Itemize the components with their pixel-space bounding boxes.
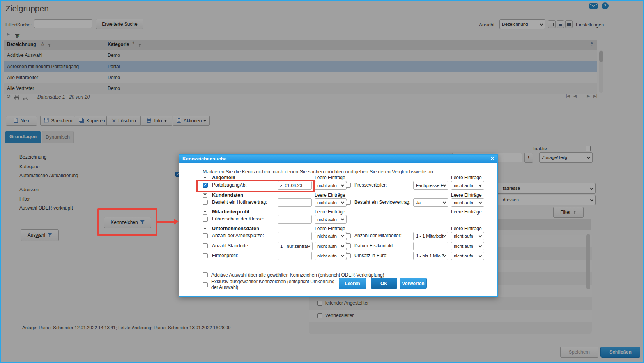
leere-eintraege-select[interactable]: nicht aufn — [451, 198, 484, 207]
exklusiv-checkbox[interactable] — [203, 282, 208, 287]
annotation-box-portalzugang — [196, 180, 315, 192]
kennzeichen-label: Anzahl der Arbeitsplätze: — [212, 233, 264, 238]
leere-eintraege-label: Leere Einträge — [315, 175, 345, 180]
kennzeichen-checkbox-umsatz-in-euro[interactable] — [346, 253, 351, 258]
kennzeichen-label: Datum Erstkontakt: — [354, 243, 394, 248]
leere-eintraege-select[interactable]: nicht aufn — [315, 215, 347, 224]
exklusiv-label: Exklusiv ausgewählter Kennzeichen (entsp… — [211, 279, 340, 291]
leere-eintraege-select[interactable]: nicht aufn — [315, 198, 347, 207]
value-select-anzahl-standorte[interactable]: 1 - nur zentral — [278, 242, 313, 250]
ok-button[interactable]: OK — [371, 278, 397, 289]
annotation-arrow-line — [157, 221, 175, 223]
leere-eintraege-select[interactable]: nicht aufn — [315, 252, 347, 260]
additive-auswahl-label: Additive Auswahl über alle gewählten Ken… — [211, 272, 384, 278]
kennzeichen-label: Firmenprofil: — [212, 253, 238, 258]
chevron-down-icon — [479, 234, 482, 237]
chevron-down-icon — [479, 244, 482, 247]
value-select-besteht-ein-servicevertrag[interactable]: Ja — [413, 198, 448, 207]
kennzeichen-checkbox-besteht-ein-hotlinevertrag[interactable] — [203, 200, 208, 205]
leere-eintraege-select[interactable]: nicht aufn — [451, 242, 484, 250]
kennzeichen-label: Presseverteiler: — [354, 182, 387, 188]
kennzeichen-label: Umsatz in Euro: — [354, 253, 387, 258]
kennzeichen-label: Führerschein der Klasse: — [212, 216, 264, 222]
kennzeichen-checkbox-führerschein-der-klasse[interactable] — [203, 217, 208, 222]
chevron-down-icon — [341, 217, 344, 220]
value-input-besteht-ein-hotlinevertrag[interactable] — [278, 198, 312, 207]
additive-auswahl-checkbox[interactable] — [203, 272, 208, 277]
value-input-anzahl-der-arbeitsplätze[interactable] — [278, 232, 312, 240]
value-select-umsatz-in-euro[interactable]: 1 - bis 1 Mio E — [413, 252, 448, 260]
leere-eintraege-label: Leere Einträge — [451, 226, 482, 231]
kennzeichen-checkbox-datum-erstkontakt[interactable] — [346, 243, 351, 248]
chevron-down-icon — [341, 201, 344, 204]
value-input-datum-erstkontakt[interactable] — [413, 242, 448, 250]
annotation-arrow-head — [174, 219, 179, 225]
dialog-title: Kennzeichensuche — [179, 155, 497, 163]
leere-eintraege-select[interactable]: nicht aufn — [451, 232, 484, 240]
section-toggle-kundendaten[interactable] — [203, 193, 207, 198]
value-select-presseverteiler[interactable]: Fachpresse E — [413, 181, 448, 190]
section-toggle-unternehmensdaten[interactable] — [203, 227, 207, 231]
value-input-führerschein-der-klasse[interactable] — [278, 215, 312, 224]
leere-eintraege-label: Leere Einträge — [451, 192, 482, 198]
section-label-mitarbeiterprofil: Mitarbeiterprofil — [212, 209, 249, 215]
kennzeichen-checkbox-presseverteiler[interactable] — [346, 183, 351, 188]
leere-eintraege-select[interactable]: nicht aufn — [315, 232, 347, 240]
kennzeichen-checkbox-anzahl-standorte[interactable] — [203, 243, 208, 248]
leere-eintraege-label: Leere Einträge — [315, 192, 345, 198]
value-input-firmenprofil[interactable] — [278, 252, 312, 260]
kennzeichen-checkbox-besteht-ein-servicevertrag[interactable] — [346, 200, 351, 205]
kennzeichen-label: Anzahl der Mitarbeiter: — [354, 233, 402, 238]
chevron-down-icon — [479, 201, 482, 204]
leere-eintraege-select[interactable]: nicht aufn — [315, 242, 347, 250]
close-icon[interactable]: ✕ — [490, 156, 494, 161]
dialog-instruction: Markieren Sie die Kennzeichen, nach dene… — [203, 169, 434, 174]
section-label-kundendaten: Kundendaten — [212, 192, 243, 198]
kennzeichen-checkbox-firmenprofil[interactable] — [203, 253, 208, 258]
leeren-button[interactable]: Leeren — [339, 278, 366, 289]
leere-eintraege-select[interactable]: nicht aufn — [451, 181, 484, 190]
kennzeichen-label: Besteht ein Hotlinevertrag: — [212, 199, 267, 205]
chevron-down-icon — [341, 183, 344, 187]
value-select-anzahl-der-mitarbeiter[interactable]: 1 - 1 Mitarbeit — [413, 232, 448, 240]
section-toggle-mitarbeiterprofil[interactable] — [203, 210, 207, 215]
chevron-down-icon — [479, 183, 482, 187]
chevron-down-icon — [341, 234, 344, 237]
kennzeichen-label: Anzahl Standorte: — [212, 243, 249, 248]
leere-eintraege-label: Leere Einträge — [315, 226, 345, 231]
leere-eintraege-select[interactable]: nicht aufn — [315, 181, 347, 190]
app-window: Zielgruppen ? Filter/Suche: Erweiterte S… — [0, 0, 644, 363]
kennzeichensuche-dialog: Kennzeichensuche ✕ Markieren Sie die Ken… — [179, 154, 498, 297]
kennzeichen-checkbox-anzahl-der-mitarbeiter[interactable] — [346, 233, 351, 238]
chevron-down-icon — [341, 244, 344, 247]
leere-eintraege-label: Leere Einträge — [451, 209, 482, 215]
leere-eintraege-select[interactable]: nicht aufn — [451, 252, 484, 260]
annotation-box-kennzeichen — [97, 208, 157, 236]
leere-eintraege-label: Leere Einträge — [451, 175, 482, 180]
chevron-down-icon — [443, 201, 446, 204]
leere-eintraege-label: Leere Einträge — [315, 209, 345, 215]
section-label-unternehmensdaten: Unternehmensdaten — [212, 226, 259, 231]
chevron-down-icon — [479, 254, 482, 257]
chevron-down-icon — [341, 254, 344, 257]
kennzeichen-checkbox-anzahl-der-arbeitsplätze[interactable] — [203, 233, 208, 238]
verwerfen-button[interactable]: Verwerfen — [400, 278, 427, 289]
kennzeichen-label: Besteht ein Servicevertrag: — [354, 199, 410, 205]
